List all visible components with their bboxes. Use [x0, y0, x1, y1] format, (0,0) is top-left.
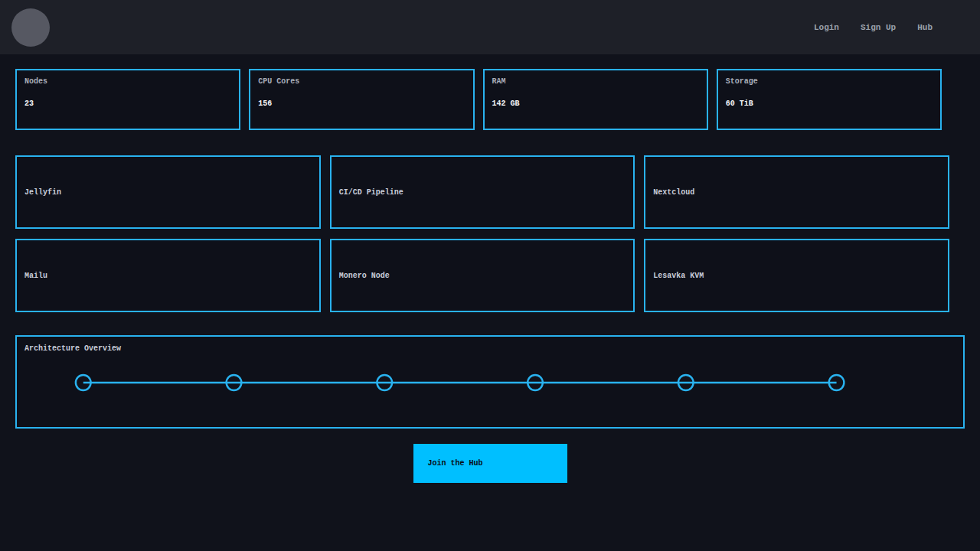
service-card-jellyfin[interactable]: Jellyfin: [15, 155, 321, 229]
stat-label: CPU Cores: [258, 77, 465, 86]
stat-label: Storage: [726, 77, 933, 86]
architecture-diagram: [24, 356, 956, 409]
stat-value: 142 GB: [492, 99, 699, 108]
nav-links: Login Sign Up Hub: [814, 23, 933, 32]
stat-card-storage: Storage 60 TiB: [717, 69, 942, 130]
top-nav: Login Sign Up Hub: [0, 0, 980, 54]
avatar[interactable]: [11, 8, 50, 47]
architecture-overview-title: Architecture Overview: [24, 344, 956, 353]
service-title: Monero Node: [339, 272, 390, 280]
service-card-mailu[interactable]: Mailu: [15, 239, 321, 312]
service-card-nextcloud[interactable]: Nextcloud: [644, 155, 949, 229]
cta-wrap: Join the Hub: [0, 444, 980, 483]
service-title: Jellyfin: [24, 188, 61, 197]
stat-label: RAM: [492, 77, 699, 86]
stat-value: 23: [24, 99, 231, 108]
service-card-monero-node[interactable]: Monero Node: [330, 239, 635, 312]
stats-row: Nodes 23 CPU Cores 156 RAM 142 GB Storag…: [15, 69, 942, 130]
nav-link-login[interactable]: Login: [814, 23, 839, 32]
service-title: CI/CD Pipeline: [339, 188, 403, 197]
stat-card-ram: RAM 142 GB: [483, 69, 708, 130]
architecture-overview-card: Architecture Overview: [15, 335, 965, 429]
service-card-lesavka-kvm[interactable]: Lesavka KVM: [644, 239, 949, 312]
stat-label: Nodes: [24, 77, 231, 86]
nav-link-sign-up[interactable]: Sign Up: [861, 23, 896, 32]
service-title: Lesavka KVM: [653, 272, 704, 280]
stat-card-cpu-cores: CPU Cores 156: [249, 69, 474, 130]
service-title: Mailu: [24, 272, 47, 280]
service-title: Nextcloud: [653, 188, 694, 197]
stat-value: 60 TiB: [726, 99, 933, 108]
stat-value: 156: [258, 99, 465, 108]
stat-card-nodes: Nodes 23: [15, 69, 240, 130]
services-grid: Jellyfin CI/CD Pipeline Nextcloud Mailu …: [15, 155, 949, 312]
service-card-cicd-pipeline[interactable]: CI/CD Pipeline: [330, 155, 635, 229]
join-hub-button[interactable]: Join the Hub: [413, 444, 567, 483]
nav-link-hub[interactable]: Hub: [917, 23, 933, 32]
